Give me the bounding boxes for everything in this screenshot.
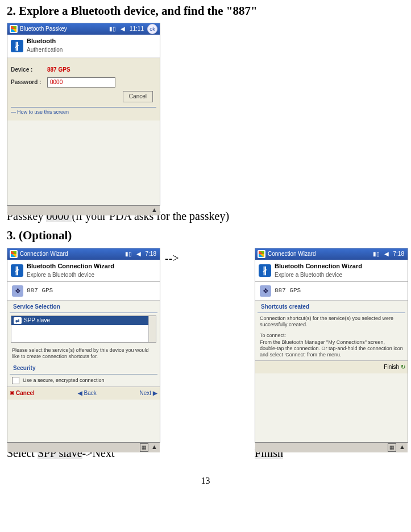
service-list[interactable]: ⇄ SPP slave xyxy=(11,315,156,343)
device-icon: ❖ xyxy=(260,285,271,297)
bluetooth-icon: ∦ xyxy=(259,264,271,277)
speaker-icon: ◀ xyxy=(136,250,141,259)
next-button[interactable]: Next ▶ xyxy=(139,389,157,398)
step-2-heading: 2. Explore a Bluetooth device, and find … xyxy=(7,2,404,19)
sip-up-icon[interactable]: ▲ xyxy=(151,206,157,213)
start-icon xyxy=(10,250,18,258)
cancel-button[interactable]: Cancel xyxy=(123,91,153,102)
password-input[interactable]: 0000 xyxy=(47,77,115,88)
start-icon xyxy=(10,25,18,33)
wizard-a-screenshot: Connection Wizard ▮▯ ◀ 7:18 ∦ Bluetooth … xyxy=(7,248,160,443)
device-row: ❖ 887 GPS xyxy=(255,282,408,301)
scrollbar[interactable] xyxy=(148,316,156,342)
signal-icon: ▮▯ xyxy=(125,250,132,259)
arrow-left-icon: ◀ xyxy=(78,389,82,398)
wizard-title: Bluetooth Connection Wizard xyxy=(275,262,362,271)
sip-bar: ▦ ▲ xyxy=(255,442,408,452)
sip-bar: ▦ ▲ xyxy=(7,442,160,452)
titlebar: Bluetooth Passkey ▮▯ ◀ 11:11 ok xyxy=(7,23,160,35)
device-name: 887 GPS xyxy=(275,286,301,296)
service-item-spp-slave[interactable]: ⇄ SPP slave xyxy=(11,316,156,326)
clock: 11:11 xyxy=(130,25,144,34)
arrow-between: --> xyxy=(165,248,250,267)
auth-subtitle: Authentication xyxy=(27,46,63,55)
wizard-footer: ✖ Cancel ◀ Back Next ▶ xyxy=(7,386,160,400)
sip-bar: ▲ xyxy=(7,205,160,215)
wizard-header: ∦ Bluetooth Connection Wizard Explore a … xyxy=(7,260,160,282)
wizard-subtitle: Explore a Bluetooth device xyxy=(275,271,362,280)
service-icon: ⇄ xyxy=(14,317,22,324)
clock: 7:18 xyxy=(146,250,156,259)
device-value: 887 GPS xyxy=(47,66,70,74)
titlebar: Connection Wizard ▮▯ ◀ 7:18 xyxy=(7,248,160,260)
window-title: Connection Wizard xyxy=(20,250,68,259)
window-title: Connection Wizard xyxy=(268,250,315,259)
cancel-icon: ✖ xyxy=(10,389,14,398)
clock: 7:18 xyxy=(393,250,404,259)
device-name: 887 GPS xyxy=(27,286,53,296)
secure-checkbox[interactable] xyxy=(12,377,19,384)
bluetooth-icon: ∦ xyxy=(11,40,23,52)
service-selection-header: Service Selection xyxy=(10,301,157,313)
step-3-heading: 3. (Optional) xyxy=(7,227,404,244)
auth-title: Bluetooth xyxy=(27,37,63,46)
service-label: SPP slave xyxy=(24,317,50,325)
keyboard-icon[interactable]: ▦ xyxy=(388,443,396,452)
ok-button[interactable]: ok xyxy=(147,24,157,34)
finish-button[interactable]: Finish ↻ xyxy=(384,363,405,372)
wizard-subtitle: Explore a Bluetooth device xyxy=(27,271,114,280)
device-row: ❖ 887 GPS xyxy=(7,282,160,301)
finish-icon: ↻ xyxy=(401,363,405,372)
security-header: Security xyxy=(10,362,157,375)
passkey-screenshot: Bluetooth Passkey ▮▯ ◀ 11:11 ok ∦ Blueto… xyxy=(7,23,160,206)
secure-checkbox-label: Use a secure, encrypted connection xyxy=(23,377,105,384)
howto-link[interactable]: How to use this screen xyxy=(11,107,156,116)
auth-header: ∦ Bluetooth Authentication xyxy=(7,35,160,57)
keyboard-icon[interactable]: ▦ xyxy=(140,443,148,452)
signal-icon: ▮▯ xyxy=(109,25,116,34)
device-label: Device : xyxy=(11,66,47,74)
shortcut-success-text: Connection shortcut(s) for the service(s… xyxy=(255,313,408,331)
cancel-button[interactable]: ✖ Cancel xyxy=(10,389,35,398)
speaker-icon: ◀ xyxy=(121,25,125,34)
arrow-right-icon: ▶ xyxy=(153,389,157,398)
wizard-footer: Finish ↻ xyxy=(255,360,408,373)
speaker-icon: ◀ xyxy=(384,250,389,259)
password-label: Password : xyxy=(11,78,47,87)
wizard-header: ∦ Bluetooth Connection Wizard Explore a … xyxy=(255,260,408,282)
window-title: Bluetooth Passkey xyxy=(20,25,67,34)
wizard-b-screenshot: Connection Wizard ▮▯ ◀ 7:18 ∦ Bluetooth … xyxy=(255,248,408,443)
sip-up-icon[interactable]: ▲ xyxy=(399,443,405,450)
page-number: 13 xyxy=(7,474,404,487)
start-icon xyxy=(258,250,265,258)
device-icon: ❖ xyxy=(12,285,23,297)
signal-icon: ▮▯ xyxy=(373,250,380,259)
bluetooth-icon: ∦ xyxy=(11,264,23,277)
sip-up-icon[interactable]: ▲ xyxy=(151,443,157,450)
titlebar: Connection Wizard ▮▯ ◀ 7:18 xyxy=(255,248,408,260)
shortcuts-created-header: Shortcuts created xyxy=(258,301,405,313)
back-button[interactable]: ◀ Back xyxy=(78,389,97,398)
service-note: Please select the service(s) offered by … xyxy=(7,345,160,363)
connect-instructions: To connect: From the Bluetooth Manager "… xyxy=(255,330,408,360)
wizard-title: Bluetooth Connection Wizard xyxy=(27,262,114,271)
